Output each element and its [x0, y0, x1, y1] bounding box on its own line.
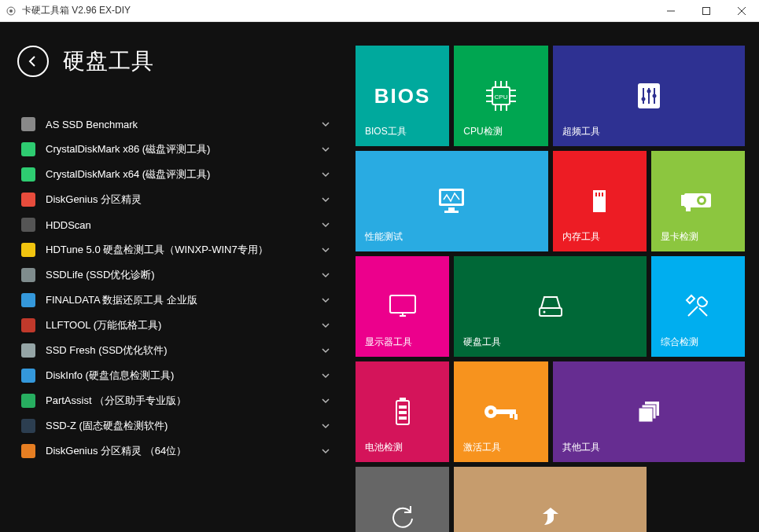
tile-grid: BIOSBIOS工具CPUCPU检测超频工具性能测试内存工具显卡检测显示器工具硬…	[356, 46, 745, 532]
tool-item[interactable]: PartAssist （分区助手专业版）	[17, 388, 335, 413]
chevron-down-icon	[319, 294, 332, 306]
svg-rect-48	[399, 416, 407, 420]
tool-list: AS SSD BenchmarkCrystalDiskMark x86 (磁盘评…	[17, 112, 335, 516]
tool-icon	[20, 141, 36, 157]
tile-screen[interactable]: 显示器工具	[356, 256, 449, 357]
chevron-down-icon	[319, 369, 332, 382]
tool-icon	[20, 343, 36, 358]
app-icon	[5, 5, 17, 17]
tool-item[interactable]: AS SSD Benchmark	[17, 112, 335, 137]
tool-label: SSDLife (SSD优化诊断)	[46, 268, 319, 282]
tile-monitor[interactable]: 性能测试	[356, 151, 548, 251]
svg-point-43	[543, 311, 545, 314]
svg-point-1	[9, 9, 13, 13]
svg-point-24	[641, 97, 645, 101]
header-row: 硬盘工具	[17, 46, 335, 77]
tool-icon	[20, 217, 36, 233]
tile-label: BIOS工具	[365, 125, 407, 138]
tool-item[interactable]: HDDScan	[17, 212, 335, 237]
tile-gpu[interactable]: 显卡检测	[651, 151, 745, 251]
tool-label: SSD-Z (固态硬盘检测软件)	[46, 419, 319, 433]
svg-rect-56	[639, 408, 653, 422]
tool-label: DiskGenius 分区精灵 （64位）	[46, 444, 319, 458]
tool-item[interactable]: SSDLife (SSD优化诊断)	[17, 262, 335, 288]
tile-refresh[interactable]: 更新与设置	[356, 467, 449, 532]
sidebar: 硬盘工具 AS SSD BenchmarkCrystalDiskMark x86…	[0, 22, 349, 532]
titlebar: 卡硬工具箱 V2.96 EX-DIY	[0, 0, 759, 22]
tile-cpu[interactable]: CPUCPU检测	[454, 46, 547, 146]
tile-sliders[interactable]: 超频工具	[553, 46, 746, 146]
tile-label: 性能测试	[365, 230, 403, 244]
tile-label: 显示器工具	[365, 336, 412, 349]
tool-item[interactable]: SSD-Z (固态硬盘检测软件)	[17, 413, 335, 438]
tool-label: LLFTOOL (万能低格工具)	[46, 318, 319, 332]
tile-tools[interactable]: 综合检测	[651, 256, 745, 357]
tool-icon	[20, 192, 36, 207]
tool-item[interactable]: LLFTOOL (万能低格工具)	[17, 313, 335, 338]
maximize-button[interactable]	[688, 0, 724, 21]
app-body: 硬盘工具 AS SSD BenchmarkCrystalDiskMark x86…	[0, 22, 759, 532]
minimize-button[interactable]	[653, 0, 688, 21]
chevron-down-icon	[319, 269, 332, 281]
tile-key[interactable]: 激活工具	[454, 361, 547, 462]
tile-label: 超频工具	[562, 125, 600, 138]
svg-rect-42	[540, 308, 562, 316]
tool-label: HDTune 5.0 硬盘检测工具（WINXP-WIN7专用）	[46, 243, 319, 257]
tile-battery[interactable]: 电池检测	[356, 361, 449, 462]
tool-item[interactable]: CrystalDiskMark x86 (磁盘评测工具)	[17, 137, 335, 162]
refresh-icon	[356, 467, 449, 532]
tile-label: 激活工具	[463, 441, 501, 454]
svg-rect-39	[390, 295, 415, 313]
tile-panel: BIOSBIOS工具CPUCPU检测超频工具性能测试内存工具显卡检测显示器工具硬…	[349, 22, 759, 532]
tile-label: 显卡检测	[661, 230, 698, 244]
tile-bios[interactable]: BIOSBIOS工具	[356, 46, 449, 146]
tool-item[interactable]: DiskGenius 分区精灵 （64位）	[17, 438, 335, 464]
tool-item[interactable]: CrystalDiskMark x64 (磁盘评测工具)	[17, 162, 335, 187]
tool-item[interactable]: DiskInfo (硬盘信息检测工具)	[17, 363, 335, 388]
tile-hdd[interactable]: 硬盘工具	[454, 256, 647, 357]
tool-icon	[20, 116, 36, 132]
tile-label: 其他工具	[562, 441, 600, 454]
svg-rect-28	[441, 191, 462, 204]
tool-icon	[20, 292, 36, 308]
tile-stack[interactable]: 其他工具	[553, 361, 746, 462]
tool-item[interactable]: DiskGenius 分区精灵	[17, 187, 335, 212]
tool-label: FINALDATA 数据还原工具 企业版	[46, 293, 319, 307]
tool-item[interactable]: HDTune 5.0 硬盘检测工具（WINXP-WIN7专用）	[17, 237, 335, 262]
tile-share[interactable]: 快捷方式与传送门	[454, 467, 647, 532]
tool-label: DiskInfo (硬盘信息检测工具)	[46, 369, 319, 383]
chevron-down-icon	[319, 168, 332, 181]
share-icon	[454, 467, 647, 532]
svg-text:CPU: CPU	[494, 94, 507, 101]
svg-point-50	[488, 409, 493, 414]
chevron-down-icon	[319, 344, 332, 357]
svg-rect-29	[448, 207, 455, 211]
tool-icon	[20, 368, 36, 383]
tile-label: CPU检测	[463, 125, 502, 138]
tool-icon	[20, 267, 36, 283]
tool-icon	[20, 317, 36, 333]
chevron-down-icon	[319, 143, 332, 156]
tool-label: CrystalDiskMark x64 (磁盘评测工具)	[46, 167, 319, 182]
tool-icon	[20, 443, 36, 459]
tile-label: 电池检测	[365, 441, 403, 454]
tool-label: HDDScan	[46, 219, 319, 231]
svg-rect-51	[496, 409, 516, 414]
window-controls	[653, 0, 759, 21]
chevron-down-icon	[319, 394, 332, 407]
svg-point-26	[652, 94, 656, 98]
tool-label: AS SSD Benchmark	[46, 119, 319, 130]
svg-rect-31	[595, 193, 597, 196]
chevron-down-icon	[319, 118, 332, 130]
tool-item[interactable]: SSD Fresh (SSD优化软件)	[17, 338, 335, 363]
tool-item[interactable]: FINALDATA 数据还原工具 企业版	[17, 288, 335, 313]
chevron-down-icon	[319, 193, 332, 206]
tool-label: DiskGenius 分区精灵	[46, 193, 319, 207]
close-button[interactable]	[724, 0, 759, 21]
back-button[interactable]	[17, 46, 49, 77]
page-title: 硬盘工具	[63, 46, 154, 76]
tool-icon	[20, 393, 36, 409]
tile-sd[interactable]: 内存工具	[553, 151, 647, 251]
tool-label: PartAssist （分区助手专业版）	[46, 394, 319, 408]
svg-rect-32	[599, 193, 600, 196]
